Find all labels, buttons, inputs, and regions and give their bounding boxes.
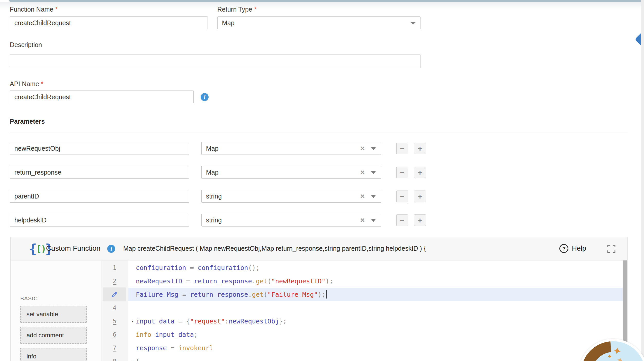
code-token: input_data <box>155 331 194 338</box>
parameter-type-value: Map <box>206 145 219 152</box>
code-token: response <box>136 344 167 352</box>
add-parameter-button[interactable]: + <box>414 143 426 154</box>
line-number[interactable]: 1 <box>113 264 117 271</box>
parameter-type-value: string <box>206 193 222 200</box>
code-token: = { <box>175 318 190 325</box>
sparkle-icon: ✦ <box>607 353 613 360</box>
code-row[interactable]: 4 <box>101 301 623 314</box>
section-divider <box>10 132 628 132</box>
code-token: "Failure_Msg" <box>267 291 318 298</box>
code-token: = <box>182 277 194 285</box>
return-type-value: Map <box>222 19 235 27</box>
return-type-label: Return Type* <box>217 6 256 13</box>
code-line-text[interactable]: configuration = configuration(); <box>128 261 623 274</box>
code-row[interactable]: Failure_Msg = return_response.get("Failu… <box>101 288 623 301</box>
add-parameter-button[interactable]: + <box>414 214 426 226</box>
toolbox-section-label: BASIC <box>20 295 38 302</box>
add-parameter-button[interactable]: + <box>414 191 426 202</box>
text-cursor <box>326 290 327 299</box>
code-row[interactable]: 7response = invokeurl <box>101 341 623 355</box>
clear-type-icon[interactable]: × <box>360 193 365 200</box>
code-row[interactable]: 8▾[ <box>101 355 623 361</box>
page-scrollbar[interactable] <box>641 0 644 361</box>
help-button[interactable]: ? Help <box>559 244 586 253</box>
code-row[interactable]: 2newRequestID = return_response.get("new… <box>101 274 623 288</box>
parameter-type-select[interactable]: string× <box>201 214 381 227</box>
gutter-cell: 4 <box>101 301 128 314</box>
code-token: = <box>178 291 190 298</box>
editor-toolbox: BASICset variableadd commentinfoCONDITIO… <box>11 260 101 361</box>
clear-type-icon[interactable]: × <box>360 145 365 152</box>
api-name-label: API Name* <box>10 80 43 88</box>
parameter-name-input[interactable] <box>10 166 189 179</box>
code-token: ( <box>264 291 267 298</box>
line-number[interactable]: 6 <box>113 331 117 338</box>
code-token: get <box>256 277 267 285</box>
clear-type-icon[interactable]: × <box>360 216 365 224</box>
editor-info-icon[interactable]: i <box>107 245 115 253</box>
code-row[interactable]: 5▾input_data = {"request":newRequestObj}… <box>101 314 623 328</box>
remove-parameter-button[interactable]: − <box>396 143 408 154</box>
edit-line-pencil-icon[interactable] <box>103 287 126 301</box>
line-number[interactable]: 2 <box>113 278 117 284</box>
parameter-type-select[interactable]: Map× <box>201 166 381 179</box>
gutter-cell: 7 <box>101 341 128 355</box>
toolbox-item-add-comment[interactable]: add comment <box>20 327 87 344</box>
code-token: = <box>186 264 198 272</box>
function-name-label: Function Name* <box>10 6 58 13</box>
required-asterisk: * <box>254 6 257 13</box>
description-input[interactable] <box>10 55 421 68</box>
code-line-text[interactable]: ▾[ <box>128 355 623 361</box>
code-line-text[interactable]: response = invokeurl <box>128 341 623 355</box>
line-number[interactable]: 5 <box>113 318 117 324</box>
question-glyph: ? <box>562 246 566 252</box>
toolbox-item-info[interactable]: info <box>20 348 87 361</box>
code-line-text[interactable]: newRequestID = return_response.get("newR… <box>128 274 623 288</box>
line-number[interactable]: 4 <box>113 304 117 311</box>
code-token: ( <box>267 277 271 285</box>
function-signature: Map createChildRequest ( Map newRequestO… <box>123 245 426 252</box>
return-type-select[interactable]: Map <box>217 16 421 29</box>
parameter-name-input[interactable] <box>10 142 189 155</box>
parameter-type-select[interactable]: Map× <box>201 142 381 155</box>
code-line-text[interactable]: ▾input_data = {"request":newRequestObj}; <box>128 314 623 328</box>
editor-scrollbar[interactable] <box>623 260 627 348</box>
description-label: Description <box>10 41 42 49</box>
parameter-name-input[interactable] <box>10 214 189 227</box>
question-icon: ? <box>559 244 568 253</box>
parameter-type-select[interactable]: string× <box>201 190 381 203</box>
code-line-text[interactable] <box>128 301 623 314</box>
code-token: info <box>136 331 155 338</box>
remove-parameter-button[interactable]: − <box>396 191 408 202</box>
code-token: return_response <box>190 291 248 298</box>
help-label: Help <box>572 245 586 252</box>
chevron-down-icon <box>371 219 376 222</box>
code-token: (); <box>248 264 260 272</box>
code-editor[interactable]: 1configuration = configuration();2newReq… <box>101 260 623 361</box>
code-line-text[interactable]: info input_data; <box>128 328 623 341</box>
gutter-cell: 5 <box>101 314 128 328</box>
remove-parameter-button[interactable]: − <box>396 214 408 226</box>
code-row[interactable]: 1configuration = configuration(); <box>101 261 623 274</box>
code-line-text[interactable]: Failure_Msg = return_response.get("Failu… <box>128 288 623 301</box>
code-token: configuration <box>136 264 186 272</box>
api-name-input[interactable] <box>10 91 194 103</box>
function-name-input[interactable] <box>10 16 208 29</box>
gutter-cell: 8 <box>101 355 128 361</box>
chevron-down-icon <box>371 195 376 198</box>
line-number[interactable]: 7 <box>113 345 117 351</box>
remove-parameter-button[interactable]: − <box>396 167 408 178</box>
parameter-name-input[interactable] <box>10 190 189 203</box>
toolbox-item-set-variable[interactable]: set variable <box>20 306 87 323</box>
add-parameter-button[interactable]: + <box>414 167 426 178</box>
line-number[interactable]: 8 <box>113 358 117 361</box>
fold-toggle-icon[interactable]: ▾ <box>129 319 136 324</box>
custom-function-panel: {[)} Custom Function i Map createChildRe… <box>10 237 628 361</box>
code-row[interactable]: 6info input_data; <box>101 328 623 341</box>
clear-type-icon[interactable]: × <box>360 169 365 176</box>
fullscreen-icon[interactable] <box>607 245 615 253</box>
code-token: "request" <box>190 318 225 325</box>
code-token: newRequestID <box>136 277 182 285</box>
api-name-info-icon[interactable]: i <box>201 93 209 101</box>
fold-toggle-icon[interactable]: ▾ <box>129 359 136 361</box>
